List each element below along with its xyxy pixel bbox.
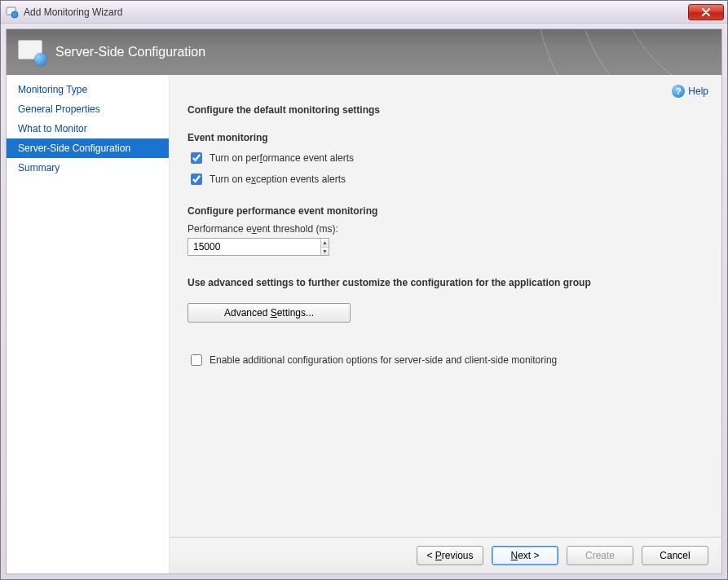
cancel-button[interactable]: Cancel (642, 546, 708, 565)
additional-config-label: Enable additional configuration options … (210, 354, 557, 366)
sidebar-item-summary[interactable]: Summary (7, 158, 169, 178)
app-icon (6, 6, 19, 19)
event-monitoring-heading: Event monitoring (188, 132, 704, 143)
wizard-window: Add Monitoring Wizard Server-Side Config… (0, 0, 728, 580)
perf-alerts-checkbox[interactable] (191, 152, 202, 164)
sidebar-item-server-side-configuration[interactable]: Server-Side Configuration (7, 138, 169, 158)
threshold-spinner: ▲ ▼ (188, 238, 329, 256)
exception-alerts-label: Turn on exception events alerts (210, 174, 346, 185)
sidebar-item-label: Monitoring Type (18, 84, 87, 95)
sidebar-item-label: General Properties (18, 103, 100, 115)
sidebar-item-label: Summary (18, 162, 60, 174)
footer: < Previous Next > Create Cancel (170, 537, 721, 573)
sidebar-item-monitoring-type[interactable]: Monitoring Type (7, 80, 169, 99)
content: Configure the default monitoring setting… (170, 75, 721, 537)
threshold-label: Performance event threshold (ms): (188, 223, 704, 235)
additional-config-checkbox[interactable] (191, 354, 202, 366)
advanced-heading: Use advanced settings to further customi… (188, 277, 704, 288)
previous-button[interactable]: < Previous (417, 546, 483, 565)
next-button[interactable]: Next > (492, 546, 558, 565)
additional-config-row[interactable]: Enable additional configuration options … (188, 352, 704, 368)
page-heading: Configure the default monitoring setting… (188, 104, 704, 116)
sidebar: Monitoring Type General Properties What … (7, 75, 170, 573)
svg-point-1 (11, 11, 18, 18)
sidebar-item-label: Server-Side Configuration (18, 143, 130, 154)
create-button[interactable]: Create (567, 546, 633, 565)
window-title: Add Monitoring Wizard (24, 7, 688, 18)
close-icon (701, 8, 711, 16)
threshold-input[interactable] (188, 239, 320, 255)
spinner-up[interactable]: ▲ (321, 239, 329, 248)
spinner-buttons: ▲ ▼ (320, 239, 329, 255)
body: Monitoring Type General Properties What … (7, 75, 721, 573)
main-panel: ? Help Configure the default monitoring … (170, 75, 721, 573)
perf-config-heading: Configure performance event monitoring (188, 205, 704, 217)
banner-decor (444, 29, 721, 75)
advanced-settings-button[interactable]: Advanced Settings... (188, 303, 351, 323)
sidebar-item-label: What to Monitor (18, 123, 87, 134)
sidebar-item-general-properties[interactable]: General Properties (7, 99, 169, 119)
banner: Server-Side Configuration (7, 29, 721, 75)
help-link[interactable]: ? Help (672, 85, 708, 98)
spinner-down[interactable]: ▼ (321, 248, 329, 256)
client-area: Server-Side Configuration Monitoring Typ… (6, 29, 722, 574)
help-icon: ? (672, 85, 685, 98)
banner-title: Server-Side Configuration (55, 45, 205, 59)
sidebar-item-what-to-monitor[interactable]: What to Monitor (7, 119, 169, 138)
titlebar: Add Monitoring Wizard (1, 1, 727, 24)
exception-alerts-checkbox[interactable] (191, 174, 202, 185)
perf-alerts-label: Turn on performance event alerts (210, 152, 354, 164)
exception-alerts-row[interactable]: Turn on exception events alerts (188, 171, 704, 187)
banner-icon (18, 40, 46, 64)
help-label: Help (688, 86, 708, 97)
close-button[interactable] (688, 4, 724, 20)
perf-alerts-row[interactable]: Turn on performance event alerts (188, 150, 704, 166)
